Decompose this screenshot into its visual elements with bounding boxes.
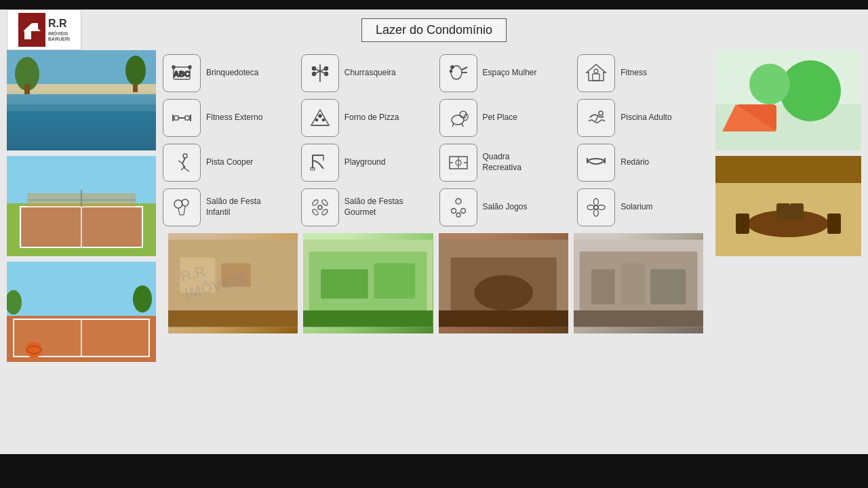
svg-rect-111 (439, 310, 568, 327)
svg-rect-115 (620, 263, 644, 304)
svg-rect-46 (174, 116, 178, 120)
amenity-redario: Redário (576, 142, 710, 183)
svg-point-92 (460, 209, 465, 214)
solarium-icon-box (577, 188, 615, 226)
piscina-adulto-label: Piscina Adulto (620, 113, 671, 123)
svg-rect-125 (715, 156, 861, 183)
salao-festa-infantil-icon (170, 196, 193, 219)
page-title: Lazer do Condomínio (376, 23, 492, 37)
svg-point-42 (450, 70, 452, 73)
svg-point-85 (318, 205, 322, 209)
salao-festa-infantil-icon-box (163, 188, 201, 226)
pista-cooper-icon (170, 151, 193, 174)
redario-icon-box (577, 144, 615, 182)
svg-line-83 (184, 206, 185, 215)
gourmet-photo (303, 233, 433, 333)
playroom-image (715, 50, 861, 150)
solarium-icon (585, 196, 608, 219)
amenity-salao-festa-infantil: Salão de Festa Infantil (161, 187, 296, 228)
svg-marker-43 (587, 64, 606, 81)
forno-pizza-icon-box (301, 99, 339, 137)
svg-point-52 (319, 115, 321, 117)
brinquedoteca-icon-box: ABC (163, 54, 201, 92)
amenity-forno-pizza: Forno de Pizza (300, 98, 434, 138)
salao-festas-gourmet-icon (309, 196, 332, 219)
logo-box: R.R IMÓVEISBARUERI (7, 9, 81, 50)
svg-line-39 (462, 67, 467, 70)
court-image (7, 156, 156, 256)
svg-point-24 (26, 342, 42, 358)
svg-point-121 (749, 64, 790, 104)
pista-cooper-icon-box (163, 144, 201, 182)
churrasqueira-icon-box (301, 54, 339, 92)
churrasqueira-icon (309, 62, 332, 85)
body-area: ABC Brinquedoteca (0, 50, 868, 454)
svg-rect-130 (790, 203, 804, 220)
svg-rect-102 (168, 310, 298, 327)
forno-pizza-icon (309, 106, 332, 129)
amenity-espaco-mulher: Espaço Mulher (438, 53, 572, 94)
playground-label: Playground (344, 157, 386, 168)
amenity-brinquedoteca: ABC Brinquedoteca (161, 53, 296, 94)
svg-point-120 (780, 60, 841, 121)
fitness-icon-box (577, 54, 615, 92)
svg-point-80 (174, 200, 182, 208)
svg-point-53 (315, 119, 317, 121)
svg-rect-5 (7, 91, 156, 111)
quadra-recreativa-icon-box (439, 144, 477, 182)
svg-point-81 (182, 199, 189, 206)
solarium-label: Solarium (620, 202, 652, 213)
svg-line-82 (178, 208, 180, 215)
top-bar (0, 0, 868, 9)
svg-rect-100 (180, 258, 215, 293)
amenity-fitness-externo: Fitness Externo (161, 98, 296, 138)
svg-rect-8 (24, 84, 30, 94)
salon-photo: R.RIMÓVEIS (168, 233, 298, 333)
espaco-mulher-icon (447, 62, 470, 85)
logo-icon (18, 13, 45, 47)
playground-icon (309, 151, 332, 174)
svg-point-61 (599, 111, 603, 115)
amenities-grid: ABC Brinquedoteca (161, 50, 710, 230)
svg-line-58 (452, 123, 454, 127)
redario-icon (585, 151, 608, 174)
fitness-externo-icon-box (163, 99, 201, 137)
churrasqueira-label: Churrasqueira (344, 68, 396, 79)
header: R.R IMÓVEISBARUERI Lazer do Condomínio (0, 9, 868, 50)
svg-rect-117 (574, 310, 703, 327)
fitness-externo-icon (170, 106, 193, 129)
svg-point-96 (594, 209, 599, 216)
svg-point-41 (451, 66, 454, 68)
piscina-adulto-icon-box (577, 99, 615, 137)
svg-point-91 (451, 209, 456, 214)
svg-rect-105 (321, 269, 368, 298)
svg-line-59 (462, 123, 463, 127)
svg-point-9 (125, 56, 146, 85)
svg-rect-10 (133, 84, 138, 92)
svg-point-110 (474, 275, 533, 310)
fitness-photo (574, 233, 703, 333)
svg-point-86 (311, 199, 319, 206)
svg-point-63 (183, 154, 187, 158)
svg-point-35 (324, 73, 328, 76)
salao-festas-gourmet-icon-box (301, 188, 339, 226)
amenity-salao-festas-gourmet: Salão de Festas Gourmet (300, 187, 434, 228)
svg-point-54 (322, 119, 324, 121)
right-column (715, 50, 861, 447)
pool-image (7, 50, 156, 150)
salao-festa-infantil-label: Salão de Festa Infantil (206, 197, 267, 218)
amenity-pet-place: Pet Place (438, 98, 572, 138)
svg-point-36 (312, 73, 315, 76)
svg-point-97 (587, 205, 594, 210)
pet-place-icon (447, 106, 470, 129)
logo-text: R.R IMÓVEISBARUERI (48, 17, 70, 43)
quadra-recreativa-icon (447, 151, 470, 174)
svg-rect-127 (736, 214, 749, 234)
svg-point-90 (456, 199, 461, 204)
svg-point-98 (598, 205, 605, 210)
fitness-icon (585, 62, 608, 85)
svg-rect-47 (185, 116, 189, 120)
svg-point-29 (172, 66, 175, 68)
amenity-playground: Playground (300, 142, 434, 183)
svg-line-65 (178, 161, 182, 163)
